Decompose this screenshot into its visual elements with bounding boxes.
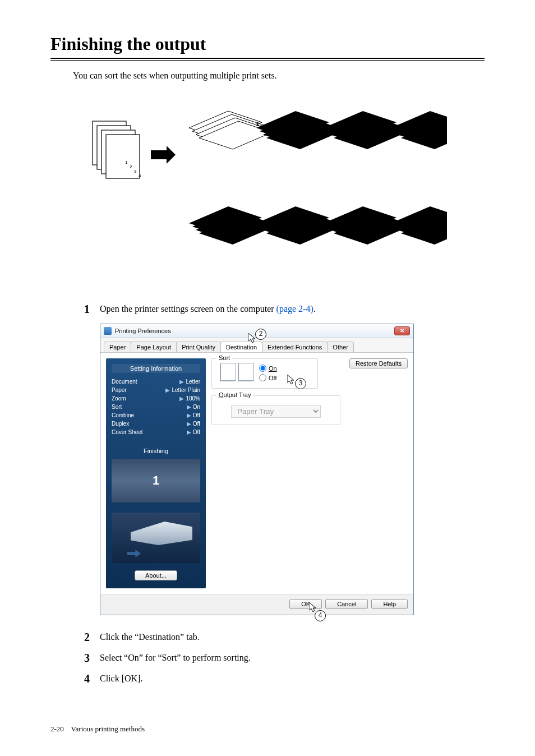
page-footer: 2-20 Various printing methods — [50, 725, 145, 734]
output-tray-select[interactable]: Paper Tray — [231, 405, 321, 418]
step-body: Select “On” for “Sort” to perform sortin… — [100, 652, 251, 663]
radio-input[interactable] — [259, 374, 266, 381]
svg-marker-19 — [309, 602, 316, 612]
sidebar-rows: Document▶Letter Paper▶Letter Plain Zoom▶… — [112, 377, 200, 436]
page-title: Finishing the output — [50, 34, 485, 54]
help-button[interactable]: Help — [371, 599, 408, 609]
dialog-tabs: Paper Page Layout Print Quality Destinat… — [100, 338, 413, 353]
tab-print-quality[interactable]: Print Quality — [176, 342, 221, 352]
dialog-wrap: 2 Printing Preferences ✕ Paper Page Layo… — [100, 324, 485, 615]
dialog-icon — [104, 327, 112, 335]
setting-information-sidebar: Setting Information Document▶Letter Pape… — [106, 358, 206, 588]
dialog-body: Setting Information Document▶Letter Pape… — [100, 353, 413, 594]
svg-text:4: 4 — [139, 173, 141, 178]
intro-text: You can sort the sets when outputting mu… — [73, 71, 485, 81]
tab-paper[interactable]: Paper — [104, 342, 131, 352]
callout-4: 4 — [315, 610, 326, 621]
tab-other[interactable]: Other — [327, 342, 354, 352]
svg-marker-17 — [248, 333, 255, 343]
step-body: Click the “Destination” tab. — [100, 631, 200, 642]
ok-button[interactable]: OK — [289, 599, 322, 609]
sidebar-row: Paper▶Letter Plain — [112, 386, 200, 394]
step-3: 3 Select “On” for “Sort” to perform sort… — [84, 652, 485, 665]
callout-3: 3 — [295, 378, 306, 389]
dialog-content: Restore Defaults Sort On Off 3 — [211, 358, 408, 588]
svg-text:2: 2 — [130, 164, 132, 169]
sort-group-label: Sort — [216, 354, 232, 361]
step1-text-before: Open the printer settings screen on the … — [100, 304, 276, 314]
sidebar-row: Cover Sheet▶Off — [112, 428, 200, 436]
dialog-title: Printing Preferences — [115, 328, 171, 334]
printing-preferences-dialog: 2 Printing Preferences ✕ Paper Page Layo… — [100, 324, 414, 615]
sort-preview-icon — [238, 365, 252, 381]
sort-illustration: 1 2 3 4 1 2 3 4 — [88, 94, 447, 285]
step-2: 2 Click the “Destination” tab. — [84, 631, 485, 644]
step1-link[interactable]: (page 2-4) — [276, 304, 313, 314]
sidebar-row: Sort▶On — [112, 403, 200, 411]
title-rule — [50, 58, 485, 61]
svg-text:1: 1 — [125, 160, 128, 165]
dialog-footer: OK Cancel Help 4 — [100, 594, 413, 615]
sidebar-title: Setting Information — [112, 364, 200, 373]
sort-preview-icon — [220, 365, 234, 381]
about-button[interactable]: About... — [135, 570, 177, 580]
step1-text-after: . — [313, 304, 316, 314]
step-number: 4 — [84, 672, 100, 685]
step-body: Open the printer settings screen on the … — [100, 303, 316, 314]
svg-marker-8 — [151, 146, 176, 164]
sort-off-radio[interactable]: Off — [259, 374, 277, 381]
sort-group: Sort On Off 3 — [211, 358, 318, 389]
finishing-preview: 1 — [112, 459, 200, 503]
footer-chapter: Various printing methods — [71, 725, 145, 733]
cancel-button[interactable]: Cancel — [325, 599, 368, 609]
tab-page-layout[interactable]: Page Layout — [131, 342, 177, 352]
sidebar-row: Duplex▶Off — [112, 420, 200, 428]
callout-2: 2 — [255, 329, 266, 340]
cursor-icon — [287, 375, 295, 385]
tab-extended-functions[interactable]: Extended Functions — [262, 342, 328, 352]
sidebar-row: Combine▶Off — [112, 411, 200, 420]
svg-text:1: 1 — [256, 121, 259, 127]
cursor-icon — [309, 602, 317, 612]
radio-input[interactable] — [259, 365, 266, 372]
svg-marker-18 — [287, 375, 294, 384]
step-body: Click [OK]. — [100, 672, 142, 684]
finishing-number: 1 — [153, 473, 159, 488]
close-button[interactable]: ✕ — [394, 326, 410, 335]
sidebar-row: Zoom▶100% — [112, 394, 200, 403]
output-tray-label: Output Tray — [216, 391, 253, 398]
output-tray-group: Output Tray Paper Tray — [211, 395, 340, 425]
finishing-title: Finishing — [112, 448, 200, 454]
restore-defaults-button[interactable]: Restore Defaults — [349, 358, 408, 368]
sort-on-radio[interactable]: On — [259, 365, 277, 372]
printer-preview — [112, 513, 200, 563]
step-1: 1 Open the printer settings screen on th… — [84, 303, 485, 316]
step-number: 1 — [84, 303, 100, 316]
step-number: 2 — [84, 631, 100, 644]
footer-page: 2-20 — [50, 725, 64, 733]
step-number: 3 — [84, 652, 100, 665]
sidebar-row: Document▶Letter — [112, 377, 200, 386]
svg-text:3: 3 — [134, 169, 137, 174]
step-4: 4 Click [OK]. — [84, 672, 485, 685]
